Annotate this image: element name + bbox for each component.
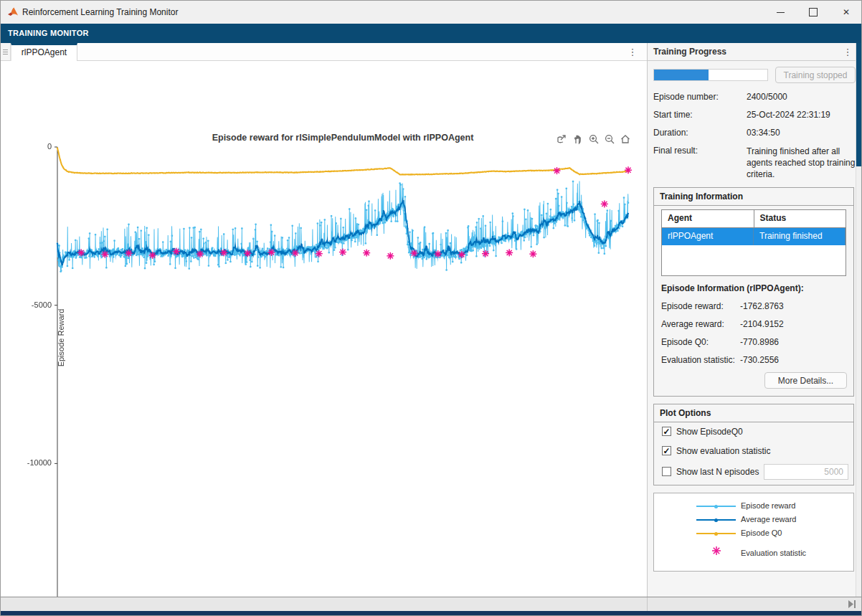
legend-label-average-reward: Average reward (741, 515, 796, 523)
evaluation-statistic-value: -730.2556 (740, 355, 779, 365)
last-n-episodes-input[interactable] (764, 464, 848, 480)
minimize-button[interactable] (764, 1, 797, 24)
training-progress-bar (653, 69, 768, 81)
training-information-title: Training Information (654, 188, 853, 206)
training-stopped-button[interactable]: Training stopped (775, 67, 856, 83)
window-title: Reinforcement Learning Training Monitor (22, 1, 178, 24)
episode-q0-value: -770.8986 (740, 337, 779, 347)
tab-strip-grip[interactable] (1, 43, 11, 61)
average-reward-value: -2104.9152 (740, 319, 784, 329)
app-window: Reinforcement Learning Training Monitor … (0, 0, 862, 616)
show-episodeq0-label: Show EpisodeQ0 (676, 427, 743, 437)
legend-label-evaluation-statistic: Evaluation statistic (741, 549, 806, 557)
window-bottom-edge (1, 611, 862, 616)
table-header-row: Agent Status (662, 210, 846, 228)
episode-q0-label: Episode Q0: (661, 337, 709, 347)
legend-dot-average-reward (714, 518, 718, 522)
right-panel-menu-button[interactable]: ⋮ (841, 43, 854, 61)
training-progress-fill (654, 70, 709, 80)
legend-dot-episode-reward (714, 505, 718, 508)
status-bar (1, 597, 862, 611)
expand-panel-icon[interactable] (847, 600, 857, 609)
y-tick-label: 0 (20, 142, 52, 151)
table-row[interactable]: rlPPOAgent Training finished (662, 228, 846, 245)
tab-rlppoagent[interactable]: rlPPOAgent (11, 43, 77, 61)
start-time-value: 25-Oct-2024 22:31:19 (747, 110, 830, 120)
right-scrollbar-thumb[interactable] (856, 43, 862, 166)
episode-reward-label: Episode reward: (661, 301, 724, 311)
episode-number-value: 2400/5000 (747, 92, 787, 102)
start-time-label: Start time: (653, 110, 693, 120)
maximize-icon (809, 8, 818, 16)
evaluation-statistic-label: Evaluation statistic: (661, 355, 735, 365)
matlab-logo-icon (7, 6, 19, 18)
y-axis-label: Episode Reward (57, 288, 65, 388)
episode-information-title: Episode Information (rlPPOAgent): (661, 283, 804, 293)
status-cell: Training finished (754, 228, 846, 245)
agent-column-header: Agent (662, 210, 754, 227)
final-result-value: Training finished after all agents reach… (747, 146, 856, 180)
legend-dot-episode-q0 (714, 532, 718, 536)
ribbon-tab-training-monitor[interactable]: TRAINING MONITOR (1, 24, 96, 43)
grip-icon (3, 48, 8, 56)
show-last-n-episodes-checkbox[interactable] (662, 467, 671, 476)
close-icon: ✕ (843, 7, 850, 17)
agent-cell: rlPPOAgent (662, 228, 754, 245)
document-tab-strip (1, 43, 647, 61)
y-tick-label: -5000 (20, 300, 52, 309)
ribbon: TRAINING MONITOR (1, 24, 862, 43)
duration-label: Duration: (653, 128, 688, 138)
right-panel-title: Training Progress (653, 43, 726, 61)
agent-status-table: Agent Status rlPPOAgent Training finishe… (661, 209, 846, 276)
tab-strip-menu-button[interactable]: ⋮ (626, 43, 639, 61)
maximize-button[interactable] (797, 1, 830, 24)
duration-value: 03:34:50 (747, 128, 780, 138)
legend-label-episode-q0: Episode Q0 (741, 529, 782, 537)
minimize-icon (777, 12, 785, 13)
show-last-n-episodes-label: Show last N episodes (676, 467, 759, 477)
close-button[interactable]: ✕ (830, 1, 862, 24)
legend-label-episode-reward: Episode reward (741, 501, 795, 510)
plot-options-title: Plot Options (654, 404, 853, 422)
episode-reward-value: -1762.8763 (740, 301, 784, 311)
legend-asterisk-icon (711, 545, 722, 556)
average-reward-label: Average reward: (661, 319, 724, 329)
show-evaluation-statistic-checkbox[interactable]: ✓ (662, 446, 671, 455)
title-bar: Reinforcement Learning Training Monitor … (1, 1, 862, 24)
figure-area: Episode reward for rlSimplePendulumModel… (1, 61, 647, 597)
plot-canvas[interactable] (36, 138, 640, 616)
more-details-button[interactable]: More Details... (764, 372, 847, 389)
y-tick-label: -10000 (20, 458, 52, 467)
status-bar-divider (647, 597, 648, 611)
show-episodeq0-checkbox[interactable]: ✓ (662, 427, 671, 436)
episode-number-label: Episode number: (653, 92, 719, 102)
status-column-header: Status (754, 210, 846, 227)
final-result-label: Final result: (653, 146, 698, 156)
show-evaluation-statistic-label: Show evaluation statistic (676, 446, 770, 456)
